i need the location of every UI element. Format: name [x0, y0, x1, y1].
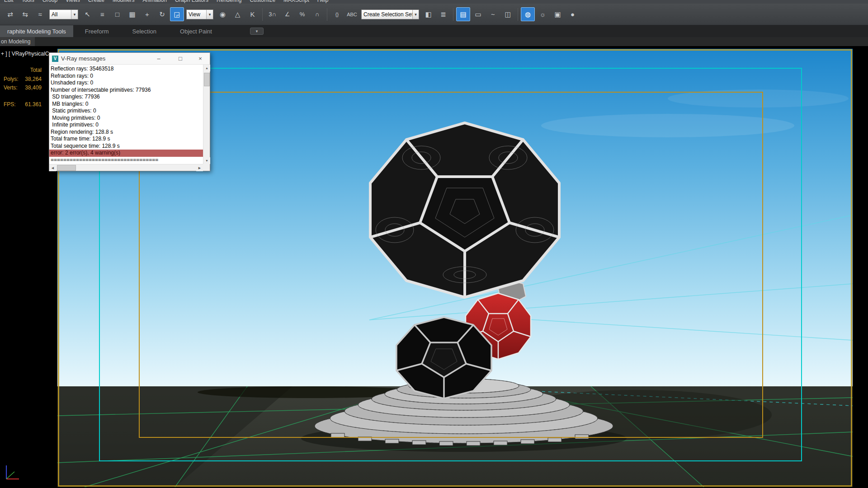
small-black-dodecahedron[interactable] [396, 317, 491, 399]
vray-message-line: error: 2 error(s), 4 warning(s) [49, 150, 203, 157]
vray-message-line: Total frame time: 128.9 s [49, 136, 203, 143]
spinner-snap-icon[interactable]: ∩ [310, 7, 324, 21]
vray-message-line: Static primitives: 0 [49, 108, 203, 115]
percent-snap-icon[interactable]: % [295, 7, 309, 21]
angle-snap-icon[interactable]: ∠ [280, 7, 294, 21]
horizontal-scrollbar[interactable]: ◀ ▶ [49, 164, 203, 171]
polygon-modeling-panel-tab[interactable]: on Modeling [0, 37, 35, 46]
select-and-rotate-icon[interactable]: ↻ [155, 7, 169, 21]
mirror-icon[interactable]: ◧ [421, 7, 435, 21]
edit-named-selection-sets-icon[interactable]: {} [330, 7, 344, 21]
selection-filter-dropdown[interactable]: All ▾ [49, 9, 78, 19]
ribbon-tab-bar: raphite Modeling ToolsFreeformSelectionO… [0, 25, 868, 37]
use-pivot-center-icon[interactable]: ◉ [216, 7, 230, 21]
vray-message-line: MB triangles: 0 [49, 101, 203, 108]
menu-bar: EditToolsGroupViewsCreateModifiersAnimat… [0, 0, 868, 4]
vray-message-line: ================================== [49, 157, 203, 164]
scroll-up-icon[interactable]: ▲ [203, 65, 210, 71]
select-by-name-icon[interactable]: ≡ [95, 7, 109, 21]
vertical-scrollbar[interactable]: ▲ ▼ [203, 65, 210, 164]
maximize-button[interactable]: □ [174, 54, 187, 64]
named-selection-set-value: Create Selection Set [362, 11, 412, 18]
select-and-move-icon[interactable]: + [140, 7, 154, 21]
stats-verts-value: 38,409 [25, 84, 42, 92]
ribbon-tab[interactable]: Selection [121, 25, 168, 37]
chevron-down-icon: ▾ [412, 10, 419, 19]
vray-message-line: SD triangles: 77936 [49, 94, 203, 101]
curve-editor-icon[interactable]: ~ [486, 7, 500, 21]
vray-messages-window: V V-Ray messages – □ × Reflection rays: … [49, 52, 210, 171]
vray-message-line: Reflection rays: 35463518 [49, 66, 203, 73]
named-selection-abc-icon[interactable]: ABC [345, 7, 359, 21]
ribbon-toggle-icon[interactable]: ▭ [471, 7, 485, 21]
vray-message-line: Total sequence time: 128.9 s [49, 143, 203, 150]
vray-message-line: Refraction rays: 0 [49, 73, 203, 80]
material-editor-icon[interactable]: ◍ [521, 7, 535, 21]
world-axis-icon [3, 460, 21, 483]
unlink-selection-icon[interactable]: ⇆ [18, 7, 32, 21]
vray-message-line: Region rendering: 128.8 s [49, 129, 203, 136]
vray-window-titlebar[interactable]: V V-Ray messages – □ × [49, 53, 210, 65]
layer-manager-icon[interactable]: ▤ [456, 7, 470, 21]
scroll-down-icon[interactable]: ▼ [203, 157, 210, 164]
toolbar-separator [327, 8, 327, 21]
render-setup-icon[interactable]: ☼ [536, 7, 550, 21]
stats-fps-value: 61.361 [25, 100, 42, 109]
toolbar-separator [518, 8, 518, 21]
select-object-icon[interactable]: ↖ [80, 7, 94, 21]
rectangular-selection-region-icon[interactable]: □ [110, 7, 124, 21]
rendered-frame-window-icon[interactable]: ▣ [551, 7, 565, 21]
select-and-link-icon[interactable]: ⇄ [3, 7, 17, 21]
vray-window-title: V-Ray messages [61, 55, 144, 62]
chevron-down-icon: ▾ [206, 10, 213, 19]
vray-message-line: Unshaded rays: 0 [49, 80, 203, 87]
bind-to-spacewarp-icon[interactable]: ≈ [33, 7, 47, 21]
selection-filter-value: All [50, 11, 59, 18]
ribbon-tab[interactable]: Freeform [73, 25, 121, 37]
close-button[interactable]: × [193, 54, 207, 64]
reference-coordinate-value: View [187, 11, 202, 18]
main-toolbar: ⇄⇆≈ All ▾ ↖≡□▦+↻◲ View ▾ ◉△K 3∩∠%∩ {}ABC… [0, 4, 868, 25]
snap-toggle-3d-icon[interactable]: 3∩ [265, 7, 279, 21]
vray-message-list: Reflection rays: 35463518Refraction rays… [49, 65, 203, 164]
named-selection-set-dropdown[interactable]: Create Selection Set ▾ [361, 9, 419, 19]
horizontal-scroll-thumb[interactable] [57, 165, 76, 171]
vray-message-line: Infinite primitives: 0 [49, 122, 203, 129]
scroll-left-icon[interactable]: ◀ [49, 164, 56, 171]
scroll-right-icon[interactable]: ▶ [196, 164, 203, 171]
keyboard-override-icon[interactable]: K [245, 7, 259, 21]
stats-polys-value: 38,264 [25, 75, 42, 84]
toolbar-separator [262, 8, 263, 21]
select-and-manipulate-icon[interactable]: △ [231, 7, 245, 21]
window-crossing-icon[interactable]: ▦ [125, 7, 139, 21]
vray-message-line: Moving primitives: 0 [49, 115, 203, 122]
select-and-scale-icon[interactable]: ◲ [170, 7, 184, 21]
ribbon-sub-bar: on Modeling [0, 37, 868, 46]
stats-polys-label: Polys: [4, 75, 19, 84]
minimize-button[interactable]: – [152, 54, 165, 64]
reference-coordinate-dropdown[interactable]: View ▾ [186, 9, 213, 19]
vertical-scroll-thumb[interactable] [204, 73, 210, 86]
ribbon-tab[interactable]: Object Paint [168, 25, 224, 37]
schematic-view-icon[interactable]: ◫ [501, 7, 515, 21]
ribbon-tab[interactable]: raphite Modeling Tools [0, 25, 73, 37]
toolbar-separator [453, 8, 453, 21]
ribbon-minimize-icon[interactable]: ▾ [250, 28, 264, 35]
chevron-down-icon: ▾ [71, 10, 78, 19]
scrollbar-corner [203, 164, 210, 171]
render-production-icon[interactable]: ● [566, 7, 580, 21]
stats-fps-label: FPS: [4, 100, 16, 109]
vray-icon: V [52, 56, 58, 62]
large-dodecahedron[interactable] [370, 123, 559, 297]
vray-message-line: Number of intersectable primitives: 7793… [49, 87, 203, 94]
align-icon[interactable]: ≣ [436, 7, 450, 21]
stats-verts-label: Verts: [4, 84, 18, 92]
